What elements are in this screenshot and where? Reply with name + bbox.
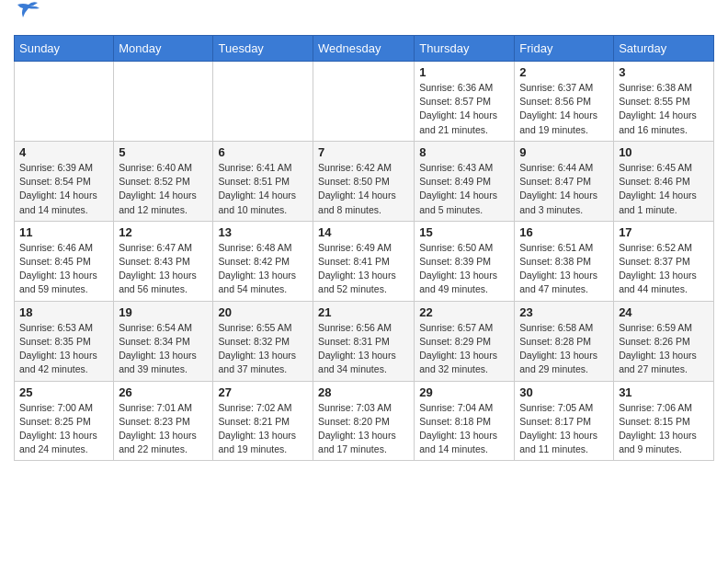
day-number: 16 [519,225,609,239]
day-info: Sunrise: 6:39 AM Sunset: 8:54 PM Dayligh… [19,161,108,217]
day-number: 10 [619,145,709,159]
day-number: 15 [419,225,509,239]
logo [14,9,41,29]
day-info: Sunrise: 6:48 AM Sunset: 8:42 PM Dayligh… [218,241,308,297]
day-info: Sunrise: 7:01 AM Sunset: 8:23 PM Dayligh… [119,401,208,457]
calendar: SundayMondayTuesdayWednesdayThursdayFrid… [14,35,714,461]
day-info: Sunrise: 7:03 AM Sunset: 8:20 PM Dayligh… [318,401,409,457]
calendar-cell: 11Sunrise: 6:46 AM Sunset: 8:45 PM Dayli… [15,221,114,301]
day-info: Sunrise: 6:58 AM Sunset: 8:28 PM Dayligh… [519,321,609,377]
day-info: Sunrise: 6:55 AM Sunset: 8:32 PM Dayligh… [218,321,308,377]
day-info: Sunrise: 6:41 AM Sunset: 8:51 PM Dayligh… [218,161,308,217]
calendar-cell: 8Sunrise: 6:43 AM Sunset: 8:49 PM Daylig… [415,141,515,221]
calendar-cell: 3Sunrise: 6:38 AM Sunset: 8:55 PM Daylig… [614,62,714,142]
day-number: 24 [619,305,709,319]
day-info: Sunrise: 6:52 AM Sunset: 8:37 PM Dayligh… [619,241,709,297]
calendar-cell: 6Sunrise: 6:41 AM Sunset: 8:51 PM Daylig… [213,141,313,221]
calendar-cell: 9Sunrise: 6:44 AM Sunset: 8:47 PM Daylig… [515,141,614,221]
calendar-cell: 17Sunrise: 6:52 AM Sunset: 8:37 PM Dayli… [614,221,714,301]
day-number: 5 [119,145,208,159]
calendar-cell: 13Sunrise: 6:48 AM Sunset: 8:42 PM Dayli… [213,221,313,301]
header-thursday: Thursday [415,36,515,62]
calendar-cell: 4Sunrise: 6:39 AM Sunset: 8:54 PM Daylig… [15,141,114,221]
calendar-cell: 26Sunrise: 7:01 AM Sunset: 8:23 PM Dayli… [114,381,213,461]
day-info: Sunrise: 7:06 AM Sunset: 8:15 PM Dayligh… [619,401,709,457]
day-number: 1 [419,65,509,79]
day-number: 12 [119,225,208,239]
day-info: Sunrise: 6:42 AM Sunset: 8:50 PM Dayligh… [318,161,409,217]
calendar-cell [213,62,313,142]
day-info: Sunrise: 6:44 AM Sunset: 8:47 PM Dayligh… [519,161,609,217]
day-info: Sunrise: 7:00 AM Sunset: 8:25 PM Dayligh… [19,401,108,457]
header-monday: Monday [114,36,213,62]
day-info: Sunrise: 6:53 AM Sunset: 8:35 PM Dayligh… [19,321,108,377]
day-number: 7 [318,145,409,159]
day-info: Sunrise: 6:57 AM Sunset: 8:29 PM Dayligh… [419,321,509,377]
day-number: 14 [318,225,409,239]
logo-bird-icon [16,1,41,21]
calendar-cell: 15Sunrise: 6:50 AM Sunset: 8:39 PM Dayli… [415,221,515,301]
calendar-cell: 18Sunrise: 6:53 AM Sunset: 8:35 PM Dayli… [15,301,114,381]
day-info: Sunrise: 6:36 AM Sunset: 8:57 PM Dayligh… [419,81,509,137]
day-info: Sunrise: 6:37 AM Sunset: 8:56 PM Dayligh… [519,81,609,137]
calendar-cell: 1Sunrise: 6:36 AM Sunset: 8:57 PM Daylig… [415,62,515,142]
day-number: 29 [419,385,509,399]
week-row-3: 18Sunrise: 6:53 AM Sunset: 8:35 PM Dayli… [15,301,714,381]
calendar-cell: 14Sunrise: 6:49 AM Sunset: 8:41 PM Dayli… [313,221,415,301]
header-saturday: Saturday [614,36,714,62]
day-info: Sunrise: 6:47 AM Sunset: 8:43 PM Dayligh… [119,241,208,297]
header-wednesday: Wednesday [313,36,415,62]
day-info: Sunrise: 6:51 AM Sunset: 8:38 PM Dayligh… [519,241,609,297]
day-number: 9 [519,145,609,159]
calendar-cell: 20Sunrise: 6:55 AM Sunset: 8:32 PM Dayli… [213,301,313,381]
header [14,9,714,29]
day-number: 20 [218,305,308,319]
calendar-cell: 10Sunrise: 6:45 AM Sunset: 8:46 PM Dayli… [614,141,714,221]
day-info: Sunrise: 6:43 AM Sunset: 8:49 PM Dayligh… [419,161,509,217]
day-info: Sunrise: 7:04 AM Sunset: 8:18 PM Dayligh… [419,401,509,457]
header-friday: Friday [515,36,614,62]
day-number: 27 [218,385,308,399]
calendar-cell: 7Sunrise: 6:42 AM Sunset: 8:50 PM Daylig… [313,141,415,221]
calendar-cell: 22Sunrise: 6:57 AM Sunset: 8:29 PM Dayli… [415,301,515,381]
calendar-cell: 2Sunrise: 6:37 AM Sunset: 8:56 PM Daylig… [515,62,614,142]
calendar-cell: 29Sunrise: 7:04 AM Sunset: 8:18 PM Dayli… [415,381,515,461]
week-row-1: 4Sunrise: 6:39 AM Sunset: 8:54 PM Daylig… [15,141,714,221]
header-sunday: Sunday [15,36,114,62]
day-number: 30 [519,385,609,399]
day-info: Sunrise: 7:02 AM Sunset: 8:21 PM Dayligh… [218,401,308,457]
calendar-cell: 16Sunrise: 6:51 AM Sunset: 8:38 PM Dayli… [515,221,614,301]
calendar-cell [313,62,415,142]
calendar-cell: 28Sunrise: 7:03 AM Sunset: 8:20 PM Dayli… [313,381,415,461]
day-number: 18 [19,305,108,319]
day-info: Sunrise: 6:56 AM Sunset: 8:31 PM Dayligh… [318,321,409,377]
day-number: 28 [318,385,409,399]
calendar-cell: 19Sunrise: 6:54 AM Sunset: 8:34 PM Dayli… [114,301,213,381]
calendar-cell: 12Sunrise: 6:47 AM Sunset: 8:43 PM Dayli… [114,221,213,301]
calendar-cell: 21Sunrise: 6:56 AM Sunset: 8:31 PM Dayli… [313,301,415,381]
day-number: 6 [218,145,308,159]
calendar-cell: 24Sunrise: 6:59 AM Sunset: 8:26 PM Dayli… [614,301,714,381]
calendar-cell [114,62,213,142]
day-number: 13 [218,225,308,239]
day-number: 4 [19,145,108,159]
header-tuesday: Tuesday [213,36,313,62]
calendar-cell: 5Sunrise: 6:40 AM Sunset: 8:52 PM Daylig… [114,141,213,221]
day-info: Sunrise: 6:54 AM Sunset: 8:34 PM Dayligh… [119,321,208,377]
day-number: 3 [619,65,709,79]
day-number: 11 [19,225,108,239]
calendar-header-row: SundayMondayTuesdayWednesdayThursdayFrid… [15,36,714,62]
day-info: Sunrise: 6:45 AM Sunset: 8:46 PM Dayligh… [619,161,709,217]
day-info: Sunrise: 7:05 AM Sunset: 8:17 PM Dayligh… [519,401,609,457]
day-number: 8 [419,145,509,159]
day-info: Sunrise: 6:59 AM Sunset: 8:26 PM Dayligh… [619,321,709,377]
day-number: 26 [119,385,208,399]
day-info: Sunrise: 6:50 AM Sunset: 8:39 PM Dayligh… [419,241,509,297]
day-number: 21 [318,305,409,319]
day-number: 23 [519,305,609,319]
calendar-cell [15,62,114,142]
day-number: 2 [519,65,609,79]
week-row-0: 1Sunrise: 6:36 AM Sunset: 8:57 PM Daylig… [15,62,714,142]
week-row-4: 25Sunrise: 7:00 AM Sunset: 8:25 PM Dayli… [15,381,714,461]
calendar-cell: 30Sunrise: 7:05 AM Sunset: 8:17 PM Dayli… [515,381,614,461]
